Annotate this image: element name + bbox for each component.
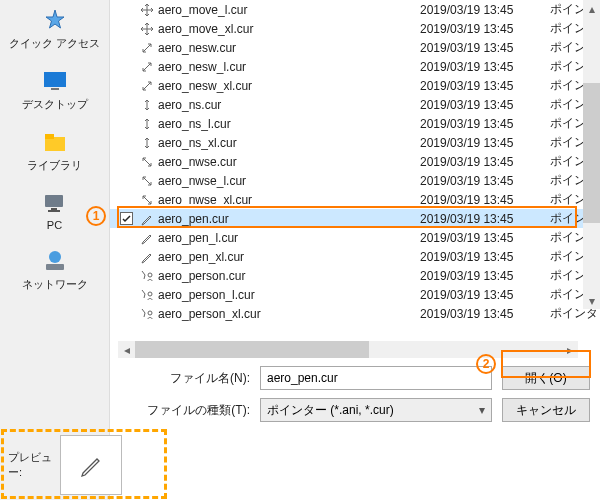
nav-label: ネットワーク [22, 277, 88, 292]
file-row[interactable]: aero_nwse_xl.cur2019/03/19 13:45ポインタ [110, 190, 600, 209]
filetype-value: ポインター (*.ani, *.cur) [267, 402, 394, 419]
file-date: 2019/03/19 13:45 [420, 117, 550, 131]
file-row[interactable]: aero_person_xl.cur2019/03/19 13:45ポインタ [110, 304, 600, 323]
file-name: aero_person_l.cur [156, 288, 420, 302]
filename-label: ファイル名(N): [110, 370, 260, 387]
cursor-icon [138, 41, 156, 55]
cursor-icon [138, 136, 156, 150]
svg-rect-9 [46, 264, 64, 270]
file-row[interactable]: aero_nwse_l.cur2019/03/19 13:45ポインタ [110, 171, 600, 190]
cancel-button-label: キャンセル [516, 402, 576, 419]
svg-rect-5 [45, 195, 63, 207]
scroll-left-arrow[interactable]: ◂ [118, 341, 135, 358]
open-button[interactable]: 開く(O) [502, 366, 590, 390]
file-row[interactable]: aero_ns_l.cur2019/03/19 13:45ポインタ [110, 114, 600, 133]
file-name: aero_pen_xl.cur [156, 250, 420, 264]
file-row[interactable]: aero_move_xl.cur2019/03/19 13:45ポインタ [110, 19, 600, 38]
nav-network[interactable]: ネットワーク [0, 241, 109, 302]
file-row[interactable]: aero_pen.cur2019/03/19 13:45ポインタ [110, 209, 600, 228]
nav-label: クイック アクセス [9, 36, 100, 51]
file-name: aero_person.cur [156, 269, 420, 283]
svg-rect-7 [48, 210, 60, 212]
file-row[interactable]: aero_pen_xl.cur2019/03/19 13:45ポインタ [110, 247, 600, 266]
file-row[interactable]: aero_nwse.cur2019/03/19 13:45ポインタ [110, 152, 600, 171]
nav-desktop[interactable]: デスクトップ [0, 61, 109, 122]
open-button-label: 開く(O) [525, 370, 566, 387]
callout-2: 2 [476, 353, 496, 374]
svg-rect-6 [51, 208, 57, 210]
cursor-icon [138, 22, 156, 36]
preview-area: プレビュー: [0, 430, 170, 500]
file-row[interactable]: aero_move_l.cur2019/03/19 13:45ポインタ [110, 0, 600, 19]
file-row[interactable]: aero_person.cur2019/03/19 13:45ポインタ [110, 266, 600, 285]
file-name: aero_pen_l.cur [156, 231, 420, 245]
cancel-button[interactable]: キャンセル [502, 398, 590, 422]
file-list[interactable]: aero_move_l.cur2019/03/19 13:45ポインタaero_… [110, 0, 600, 341]
sidebar: クイック アクセス デスクトップ ライブラリ PC ネットワーク [0, 0, 110, 500]
scroll-thumb-h[interactable] [135, 341, 369, 358]
pc-icon [39, 189, 71, 217]
file-name: aero_ns.cur [156, 98, 420, 112]
file-date: 2019/03/19 13:45 [420, 307, 550, 321]
file-date: 2019/03/19 13:45 [420, 174, 550, 188]
file-row[interactable]: aero_nesw_l.cur2019/03/19 13:45ポインタ [110, 57, 600, 76]
file-date: 2019/03/19 13:45 [420, 288, 550, 302]
cursor-icon [138, 155, 156, 169]
nav-label: PC [47, 219, 62, 231]
file-name: aero_nwse_l.cur [156, 174, 420, 188]
file-date: 2019/03/19 13:45 [420, 212, 550, 226]
svg-rect-1 [44, 72, 66, 87]
filetype-combo[interactable]: ポインター (*.ani, *.cur) ▾ [260, 398, 492, 422]
file-date: 2019/03/19 13:45 [420, 79, 550, 93]
svg-marker-0 [46, 10, 64, 28]
file-date: 2019/03/19 13:45 [420, 41, 550, 55]
file-date: 2019/03/19 13:45 [420, 155, 550, 169]
scroll-thumb[interactable] [583, 83, 600, 223]
file-date: 2019/03/19 13:45 [420, 231, 550, 245]
file-row[interactable]: aero_ns_xl.cur2019/03/19 13:45ポインタ [110, 133, 600, 152]
nav-label: デスクトップ [22, 97, 88, 112]
horizontal-scrollbar[interactable]: ◂ ▸ [118, 341, 578, 358]
scroll-up-arrow[interactable]: ▴ [583, 0, 600, 17]
file-name: aero_person_xl.cur [156, 307, 420, 321]
file-name: aero_nesw.cur [156, 41, 420, 55]
file-row[interactable]: aero_nesw.cur2019/03/19 13:45ポインタ [110, 38, 600, 57]
nav-libraries[interactable]: ライブラリ [0, 122, 109, 183]
file-row[interactable]: aero_ns.cur2019/03/19 13:45ポインタ [110, 95, 600, 114]
form-area: ファイル名(N): 開く(O) ファイルの種類(T): ポインター (*.ani… [110, 358, 600, 430]
cursor-icon [138, 212, 156, 226]
file-date: 2019/03/19 13:45 [420, 3, 550, 17]
file-date: 2019/03/19 13:45 [420, 98, 550, 112]
pen-icon [77, 451, 105, 479]
svg-point-8 [49, 251, 61, 263]
file-date: 2019/03/19 13:45 [420, 136, 550, 150]
cursor-icon [138, 98, 156, 112]
filename-input[interactable] [260, 366, 492, 390]
preview-label: プレビュー: [0, 450, 60, 480]
scroll-down-arrow[interactable]: ▾ [583, 292, 600, 309]
cursor-icon [138, 3, 156, 17]
file-row[interactable]: aero_nesw_xl.cur2019/03/19 13:45ポインタ [110, 76, 600, 95]
file-name: aero_move_l.cur [156, 3, 420, 17]
libraries-icon [39, 128, 71, 156]
svg-rect-2 [51, 88, 59, 90]
file-row[interactable]: aero_pen_l.cur2019/03/19 13:45ポインタ [110, 228, 600, 247]
row-checkbox[interactable] [120, 212, 138, 225]
file-name: aero_nwse_xl.cur [156, 193, 420, 207]
file-date: 2019/03/19 13:45 [420, 193, 550, 207]
callout-1: 1 [86, 205, 106, 226]
nav-quick-access[interactable]: クイック アクセス [0, 0, 109, 61]
cursor-icon [138, 117, 156, 131]
file-date: 2019/03/19 13:45 [420, 269, 550, 283]
star-icon [39, 6, 71, 34]
file-date: 2019/03/19 13:45 [420, 250, 550, 264]
scroll-right-arrow[interactable]: ▸ [561, 341, 578, 358]
preview-box [60, 435, 122, 495]
vertical-scrollbar[interactable]: ▴ ▾ [583, 0, 600, 309]
file-row[interactable]: aero_person_l.cur2019/03/19 13:45ポインタ [110, 285, 600, 304]
file-name: aero_move_xl.cur [156, 22, 420, 36]
nav-label: ライブラリ [27, 158, 82, 173]
cursor-icon [138, 231, 156, 245]
cursor-icon [138, 60, 156, 74]
cursor-icon [138, 307, 156, 321]
